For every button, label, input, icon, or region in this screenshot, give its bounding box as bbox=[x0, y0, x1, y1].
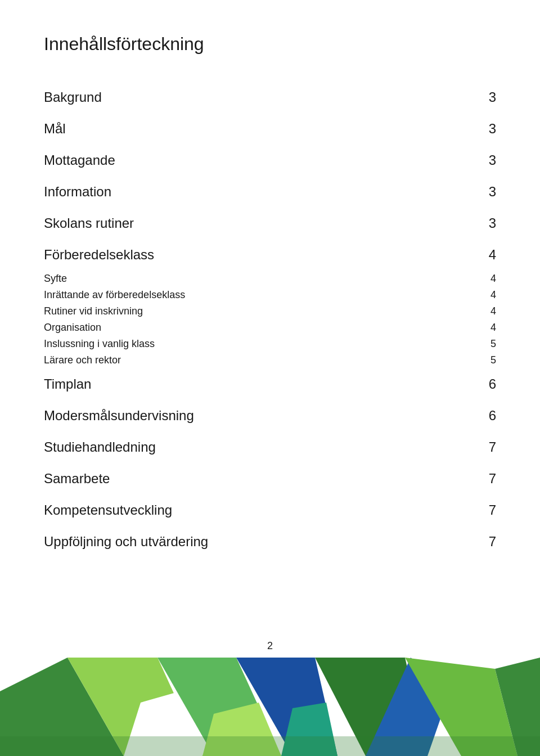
toc-section: Bakgrund3Mål3Mottagande3Information3Skol… bbox=[44, 82, 496, 557]
toc-sub-item-page: 4 bbox=[474, 305, 496, 317]
toc-item-label: Samarbete bbox=[44, 471, 110, 487]
toc-sub-item-label: Rutiner vid inskrivning bbox=[44, 305, 143, 317]
toc-main-item: Timplan6 bbox=[44, 368, 496, 400]
page-content: Innehållsförteckning Bakgrund3Mål3Mottag… bbox=[0, 0, 540, 557]
toc-main-item: Uppföljning och utvärdering7 bbox=[44, 526, 496, 557]
toc-main-item: Mottagande3 bbox=[44, 145, 496, 176]
toc-item-label: Uppföljning och utvärdering bbox=[44, 534, 208, 550]
toc-main-item: Information3 bbox=[44, 176, 496, 208]
toc-item-label: Förberedelseklass bbox=[44, 247, 154, 263]
toc-sub-item: Organisation4 bbox=[44, 320, 496, 336]
toc-item-page: 3 bbox=[474, 89, 496, 105]
toc-item-page: 3 bbox=[474, 184, 496, 200]
toc-sub-item: Rutiner vid inskrivning4 bbox=[44, 303, 496, 320]
toc-item-page: 6 bbox=[474, 408, 496, 424]
toc-sub-item: Syfte4 bbox=[44, 271, 496, 287]
toc-item-label: Mål bbox=[44, 121, 66, 137]
toc-sub-item: Lärare och rektor5 bbox=[44, 352, 496, 368]
toc-item-label: Modersmålsundervisning bbox=[44, 408, 194, 424]
toc-item-page: 4 bbox=[474, 247, 496, 263]
toc-sub-item: Inslussning i vanlig klass5 bbox=[44, 336, 496, 352]
toc-item-label: Bakgrund bbox=[44, 89, 102, 105]
toc-sub-item-page: 4 bbox=[474, 289, 496, 301]
toc-item-page: 3 bbox=[474, 121, 496, 137]
toc-sub-item-label: Syfte bbox=[44, 273, 67, 285]
toc-sub-item: Inrättande av förberedelseklass4 bbox=[44, 287, 496, 303]
toc-item-label: Skolans rutiner bbox=[44, 215, 134, 231]
toc-main-item: Kompetensutveckling7 bbox=[44, 494, 496, 526]
toc-item-page: 7 bbox=[474, 471, 496, 487]
toc-main-item: Förberedelseklass4 bbox=[44, 239, 496, 271]
toc-item-page: 7 bbox=[474, 502, 496, 518]
svg-rect-11 bbox=[0, 736, 540, 756]
toc-item-page: 3 bbox=[474, 215, 496, 231]
footer: 2 bbox=[0, 632, 540, 756]
toc-sub-item-page: 5 bbox=[474, 354, 496, 366]
page-number: 2 bbox=[0, 640, 540, 652]
toc-sub-item-page: 4 bbox=[474, 322, 496, 334]
toc-main-item: Studiehandledning7 bbox=[44, 431, 496, 463]
toc-sub-item-label: Organisation bbox=[44, 322, 101, 334]
toc-sub-item-page: 5 bbox=[474, 338, 496, 350]
toc-sub-item-label: Inslussning i vanlig klass bbox=[44, 338, 155, 350]
toc-main-item: Samarbete7 bbox=[44, 463, 496, 494]
toc-item-label: Studiehandledning bbox=[44, 439, 156, 455]
toc-title: Innehållsförteckning bbox=[44, 34, 496, 55]
toc-sub-item-label: Lärare och rektor bbox=[44, 354, 121, 366]
toc-sub-item-label: Inrättande av förberedelseklass bbox=[44, 289, 185, 301]
toc-main-item: Skolans rutiner3 bbox=[44, 208, 496, 239]
toc-item-label: Timplan bbox=[44, 376, 91, 392]
toc-item-page: 7 bbox=[474, 439, 496, 455]
toc-main-item: Mål3 bbox=[44, 113, 496, 145]
toc-item-label: Mottagande bbox=[44, 152, 115, 168]
toc-main-item: Modersmålsundervisning6 bbox=[44, 400, 496, 431]
toc-sub-group: Syfte4Inrättande av förberedelseklass4Ru… bbox=[44, 271, 496, 368]
toc-main-item: Bakgrund3 bbox=[44, 82, 496, 113]
toc-sub-item-page: 4 bbox=[474, 273, 496, 285]
toc-item-page: 6 bbox=[474, 376, 496, 392]
toc-item-page: 7 bbox=[474, 534, 496, 550]
toc-item-label: Information bbox=[44, 184, 111, 200]
toc-item-page: 3 bbox=[474, 152, 496, 168]
mosaic-decoration bbox=[0, 658, 540, 756]
toc-item-label: Kompetensutveckling bbox=[44, 502, 172, 518]
